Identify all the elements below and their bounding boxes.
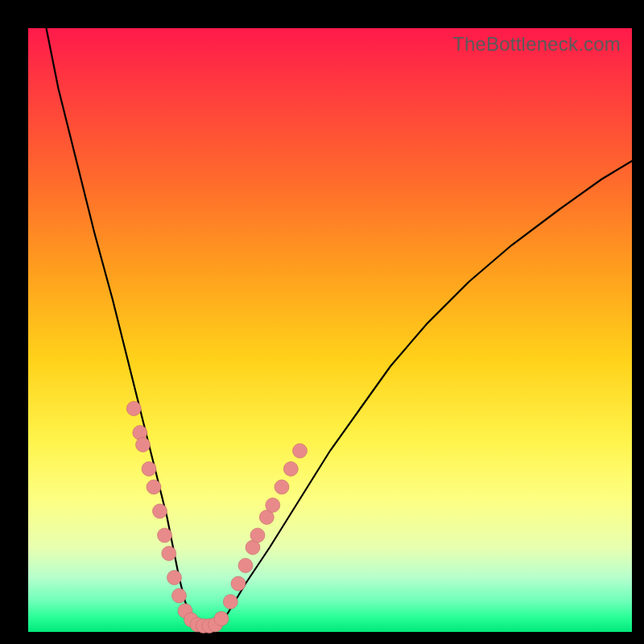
marker-dot bbox=[172, 588, 187, 603]
marker-dot bbox=[162, 547, 176, 561]
marker-dot bbox=[231, 576, 246, 591]
marker-dot bbox=[158, 528, 172, 543]
marker-dot bbox=[238, 559, 253, 573]
marker-dot bbox=[223, 595, 237, 609]
marker-dot bbox=[147, 480, 161, 494]
marker-group bbox=[126, 402, 307, 634]
marker-dot bbox=[136, 438, 151, 452]
chart-svg bbox=[28, 28, 632, 632]
marker-dot bbox=[142, 462, 156, 477]
bottleneck-curve bbox=[47, 28, 633, 626]
marker-dot bbox=[266, 498, 280, 513]
marker-dot bbox=[126, 402, 141, 416]
marker-dot bbox=[250, 528, 265, 543]
chart-frame: TheBottleneck.com bbox=[0, 0, 644, 644]
marker-dot bbox=[214, 612, 229, 626]
marker-dot bbox=[283, 462, 298, 477]
marker-dot bbox=[275, 480, 289, 494]
plot-area: TheBottleneck.com bbox=[28, 28, 632, 632]
marker-dot bbox=[293, 444, 308, 458]
marker-dot bbox=[153, 504, 167, 518]
marker-dot bbox=[167, 571, 182, 585]
